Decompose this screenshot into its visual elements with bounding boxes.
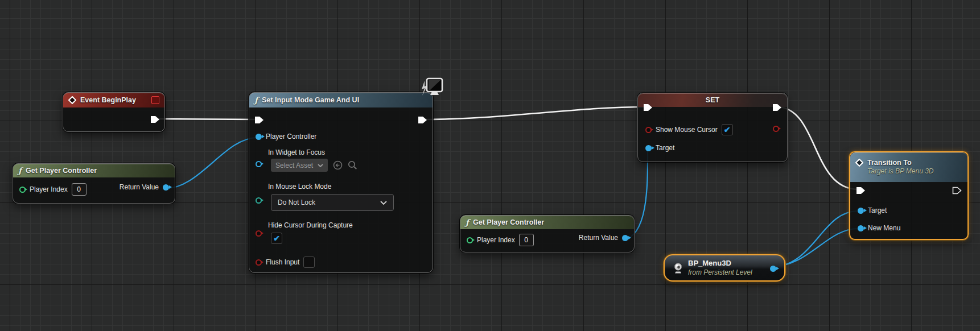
function-icon: ƒ	[254, 96, 258, 104]
red-square-icon	[151, 96, 159, 104]
in-mouse-lock-mode-pin[interactable]	[256, 197, 262, 204]
in-mouse-lock-mode-label-row: In Mouse Lock Mode	[268, 183, 331, 191]
node-title: BP_Menu3D	[688, 259, 752, 268]
function-icon: ƒ	[18, 167, 22, 175]
return-value-label: Return Value	[579, 234, 618, 242]
new-menu-row: New Menu	[858, 224, 900, 232]
player-index-row: Player Index 0	[467, 234, 534, 246]
chevron-down-icon	[380, 201, 387, 205]
node-title: SET	[706, 96, 719, 104]
return-value-label: Return Value	[120, 183, 159, 191]
exec-in-pin[interactable]	[254, 115, 264, 125]
use-selected-asset-icon[interactable]	[333, 160, 343, 170]
node-get-player-controller-right[interactable]: ƒ Get Player Controller Player Index 0 R…	[460, 215, 635, 253]
in-mouse-lock-mode-label: In Mouse Lock Mode	[268, 183, 331, 191]
node-event-beginplay[interactable]: Event BeginPlay	[63, 92, 165, 132]
player-index-label: Player Index	[30, 185, 68, 193]
hide-cursor-label-row: Hide Cursor During Capture	[268, 221, 353, 229]
hide-cursor-pin[interactable]	[256, 230, 262, 237]
node-header: ƒ Get Player Controller	[13, 164, 175, 177]
new-menu-pin[interactable]	[858, 225, 864, 231]
node-title: Set Input Mode Game And UI	[262, 96, 359, 104]
target-pin[interactable]	[645, 145, 652, 151]
return-value-pin[interactable]	[163, 184, 169, 191]
node-title: Get Player Controller	[473, 218, 544, 226]
new-menu-label: New Menu	[868, 224, 900, 232]
in-widget-to-focus-label-row: In Widget to Focus	[268, 148, 325, 156]
node-header: SET	[638, 93, 787, 107]
player-controller-pin[interactable]	[256, 134, 262, 140]
node-title: Event BeginPlay	[80, 96, 136, 104]
target-pin[interactable]	[858, 208, 864, 214]
exec-out-pin[interactable]	[952, 186, 962, 195]
exec-wire-setinputmode-to-set[interactable]	[423, 107, 647, 119]
show-mouse-cursor-label: Show Mouse Cursor	[656, 126, 718, 134]
select-asset-label: Select Asset	[275, 162, 313, 169]
node-transition-to[interactable]: Transition To Target is BP Menu 3D Targe…	[849, 151, 969, 240]
node-title: Get Player Controller	[26, 167, 97, 175]
widget-asset-picker-row: Select Asset	[271, 159, 357, 172]
show-mouse-cursor-in-pin[interactable]	[645, 127, 652, 133]
node-title: Transition To	[867, 159, 912, 167]
player-index-pin[interactable]	[467, 237, 473, 243]
show-mouse-cursor-checkbox[interactable]: ✔	[722, 124, 733, 135]
return-value-pin[interactable]	[622, 235, 628, 241]
node-bp-menu3d-reference[interactable]: BP_Menu3D from Persistent Level	[664, 254, 785, 282]
flush-input-row: Flush Input	[256, 256, 315, 268]
node-header: Event BeginPlay	[63, 93, 164, 107]
return-value-row: Return Value	[579, 234, 628, 242]
node-header: ƒ Get Player Controller	[460, 216, 634, 229]
event-diamond-icon	[855, 159, 863, 167]
in-widget-to-focus-pin[interactable]	[256, 161, 262, 167]
node-set-input-mode-game-and-ui[interactable]: ƒ Set Input Mode Game And UI Player Cont…	[249, 92, 433, 273]
in-widget-to-focus-label: In Widget to Focus	[268, 148, 325, 156]
player-controller-label: Player Controller	[266, 133, 316, 140]
exec-out-pin[interactable]	[772, 103, 782, 112]
node-set-show-mouse-cursor[interactable]: SET Show Mouse Cursor ✔ Target	[637, 93, 788, 162]
data-wire-getplayercontroller-to-playercontroller[interactable]	[164, 138, 257, 189]
exec-out-pin[interactable]	[150, 115, 160, 124]
exec-wire-beginplay-to-setinputmode[interactable]	[151, 119, 257, 119]
hide-cursor-checkbox[interactable]: ✔	[271, 233, 282, 244]
exec-in-pin[interactable]	[643, 103, 653, 112]
chevron-down-icon	[318, 164, 323, 167]
node-header: ƒ Set Input Mode Game And UI	[249, 93, 433, 107]
mouse-lock-mode-select[interactable]: Do Not Lock	[271, 194, 394, 211]
browse-asset-search-icon[interactable]	[348, 160, 357, 170]
show-mouse-cursor-row: Show Mouse Cursor ✔	[645, 124, 733, 135]
flush-input-label: Flush Input	[266, 258, 299, 266]
mouse-lock-mode-value: Do Not Lock	[278, 198, 315, 206]
show-mouse-cursor-out-pin[interactable]	[773, 126, 779, 132]
actor-camera-icon	[673, 262, 683, 274]
target-label: Target	[656, 144, 674, 152]
target-row: Target	[858, 206, 887, 214]
player-index-input[interactable]: 0	[72, 183, 87, 196]
player-index-input[interactable]: 0	[519, 234, 534, 246]
player-index-label: Player Index	[477, 236, 515, 244]
monitor-lightning-icon	[419, 75, 445, 106]
blueprint-graph-canvas[interactable]: Event BeginPlay ƒ Get Player Controller …	[0, 0, 980, 331]
flush-input-checkbox[interactable]	[303, 256, 315, 268]
bp-menu3d-out-pin[interactable]	[770, 266, 776, 272]
player-index-row: Player Index 0	[19, 183, 87, 196]
target-row: Target	[645, 144, 674, 152]
return-value-row: Return Value	[120, 183, 169, 191]
node-subtitle: Target is BP Menu 3D	[855, 167, 934, 175]
node-get-player-controller-left[interactable]: ƒ Get Player Controller Player Index 0 R…	[13, 163, 175, 204]
event-diamond-icon	[68, 96, 76, 104]
select-asset-dropdown[interactable]: Select Asset	[271, 159, 328, 172]
function-icon: ƒ	[466, 218, 469, 226]
player-controller-row: Player Controller	[256, 133, 316, 140]
hide-cursor-during-capture-label: Hide Cursor During Capture	[268, 221, 353, 229]
node-header: Transition To Target is BP Menu 3D	[850, 152, 967, 182]
player-index-pin[interactable]	[19, 187, 26, 193]
node-subtitle: from Persistent Level	[688, 268, 752, 277]
flush-input-pin[interactable]	[256, 259, 262, 266]
exec-in-pin[interactable]	[856, 186, 866, 195]
exec-out-pin[interactable]	[418, 115, 427, 125]
exec-wire-set-to-transitionto[interactable]	[777, 107, 858, 189]
target-label: Target	[868, 206, 887, 214]
